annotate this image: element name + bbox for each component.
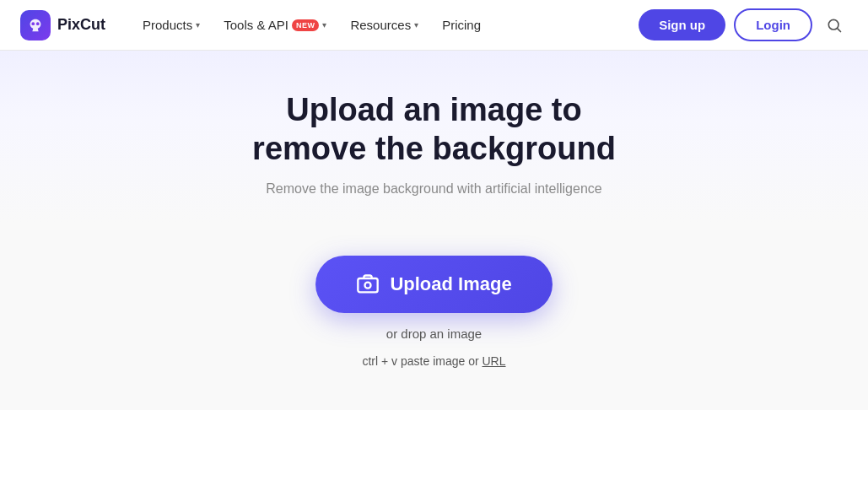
upload-button-label: Upload Image [390,273,511,295]
hero-title-line1: Upload an image to [286,92,581,127]
resources-chevron: ▾ [414,20,418,30]
hero-subtitle: Remove the image background with artific… [17,181,851,197]
nav-actions: Sign up Login [639,8,848,41]
products-chevron: ▾ [196,20,200,30]
upload-icon [356,272,380,296]
signup-button[interactable]: Sign up [639,9,725,40]
nav-products[interactable]: Products ▾ [132,11,210,39]
svg-point-5 [365,283,371,289]
svg-point-0 [31,22,35,25]
search-button[interactable] [821,12,848,39]
tools-api-label: Tools & API [224,18,288,32]
tools-new-badge: NEW [292,19,320,31]
upload-section: Upload Image or drop an image ctrl + v p… [0,222,868,410]
navbar: PixCut Products ▾ Tools & API NEW ▾ Reso… [0,0,868,51]
resources-label: Resources [350,18,411,32]
hero-section: Upload an image to remove the background… [0,51,868,222]
nav-links: Products ▾ Tools & API NEW ▾ Resources ▾… [132,11,639,39]
svg-rect-4 [359,278,378,292]
svg-point-2 [828,19,838,30]
logo[interactable]: PixCut [20,10,105,40]
paste-text: ctrl + v paste image or URL [362,354,505,368]
tools-chevron: ▾ [322,20,326,30]
drop-text: or drop an image [386,326,482,341]
login-button[interactable]: Login [734,8,812,41]
hero-title-line2: remove the background [252,131,616,166]
hero-title: Upload an image to remove the background [181,91,687,168]
svg-line-3 [838,28,841,31]
search-icon [826,17,843,34]
logo-icon [20,10,51,40]
logo-text: PixCut [57,16,105,34]
upload-image-button[interactable]: Upload Image [315,256,552,313]
url-link[interactable]: URL [483,354,506,368]
pricing-label: Pricing [442,18,481,32]
products-label: Products [143,18,192,32]
nav-pricing[interactable]: Pricing [432,11,491,39]
svg-point-1 [36,22,40,25]
nav-resources[interactable]: Resources ▾ [340,11,429,39]
nav-tools-api[interactable]: Tools & API NEW ▾ [213,11,337,39]
